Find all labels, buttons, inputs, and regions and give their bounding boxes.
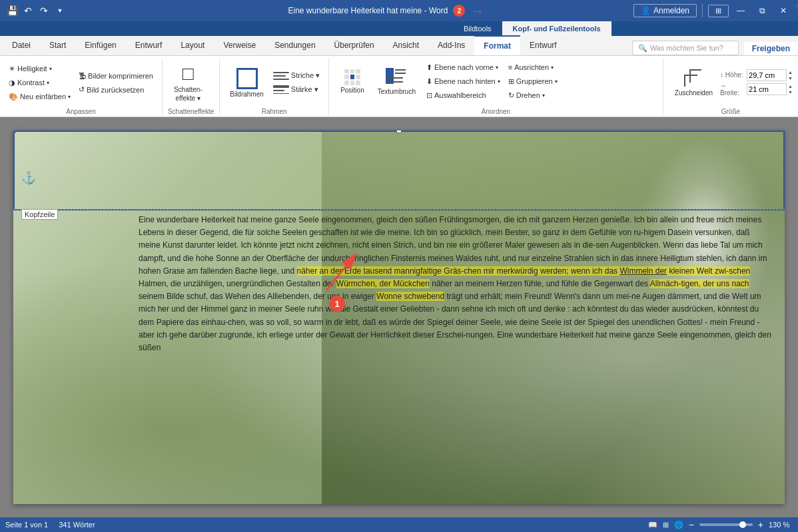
minimize-button[interactable]: — [731, 1, 750, 20]
status-left: Seite 1 von 1 341 Wörter [5, 521, 95, 529]
tab-entwurf[interactable]: Entwurf [126, 35, 172, 55]
zoom-level[interactable]: 130 % [769, 521, 793, 529]
ribbon-group-groesse: Zuschneiden ↕ Höhe: 29,7 cm ▲ ▼ [663, 59, 798, 115]
ausrichten-button[interactable]: ≡ Ausrichten ▾ [505, 61, 561, 74]
restore-button[interactable]: ⧉ [753, 1, 771, 20]
redo-icon[interactable]: ↷ [37, 4, 51, 17]
badge-annotation: 2 [453, 5, 465, 17]
status-right: 📖 ⊞ 🌐 − + 130 % [648, 519, 793, 530]
tab-datei[interactable]: Datei [3, 35, 40, 55]
height-up-icon[interactable]: ▲ [788, 69, 793, 75]
bildrahmen-button[interactable]: Bildrahmen [225, 60, 268, 105]
ribbon: ☀ Helligkeit ▾ ◑ Kontrast ▾ 🎨 Neu einfär… [0, 56, 798, 117]
schatteneffekte-label: Schatteneffekte [168, 107, 214, 115]
top-resize-handle[interactable] [396, 131, 402, 133]
zoom-in-icon[interactable]: + [758, 519, 763, 530]
ribbon-group-rahmen: Bildrahmen Striche ▾ [220, 59, 329, 115]
neu-einfaerben-dropdown-icon: ▾ [68, 94, 71, 100]
striche-icon [273, 69, 289, 83]
tab-format[interactable]: Format [474, 35, 520, 55]
share-button[interactable]: Freigeben [744, 42, 798, 55]
arrow-annotation: → [470, 3, 484, 19]
width-label: Breite: [720, 89, 739, 97]
bild-zuruecksetzen-button[interactable]: ↺ Bild zurücksetzen [75, 83, 157, 97]
save-icon[interactable]: 💾 [5, 4, 19, 17]
document-area: ⚓ 1 Kopfzeile Eine wunderbare Heiterkeit… [0, 117, 798, 517]
zoom-out-icon[interactable]: − [689, 519, 694, 530]
bildrahmen-icon [236, 68, 258, 89]
header-dashed-line [13, 209, 785, 210]
drehen-button[interactable]: ↻ Drehen ▾ [505, 89, 561, 102]
striche-button[interactable]: Striche ▾ [270, 69, 323, 83]
anpassen-label: Anpassen [5, 107, 157, 115]
auswahlbereich-button[interactable]: ⊡ Auswahlbereich [423, 89, 504, 102]
kontrast-button[interactable]: ◑ Kontrast ▾ [5, 76, 74, 89]
neu-einfaerben-icon: 🎨 [9, 93, 18, 101]
tab-layout[interactable]: Layout [171, 35, 214, 55]
tab-verweise[interactable]: Verweise [214, 35, 265, 55]
textumbruch-button[interactable]: Textumbruch [372, 59, 422, 104]
sign-in-button[interactable]: 👤 Anmelden [633, 4, 697, 17]
highlight-allmaech: Allmäch-tigen, der uns nach [650, 279, 749, 288]
ribbon-group-schatteneffekte: □ Schatten- effekte ▾ Schatteneffekte [163, 59, 220, 115]
tab-ueberpruefen[interactable]: Überprüfen [325, 35, 384, 55]
window-title: Eine wunderbare Heiterkeit hat meine - W… [288, 6, 448, 15]
width-input[interactable]: 21 cm [747, 83, 787, 95]
tab-ansicht[interactable]: Ansicht [384, 35, 428, 55]
svg-line-1 [326, 254, 356, 290]
tab-start[interactable]: Start [40, 35, 75, 55]
tab-add-ins[interactable]: Add-Ins [428, 35, 474, 55]
ribbon-group-anordnen: Position Textumbruch ⬆ Ebene nach vorne [329, 59, 663, 115]
context-tab-kopf-fuss[interactable]: Kopf- und Fußzeilentools [502, 21, 611, 36]
neu-einfaerben-button[interactable]: 🎨 Neu einfärben ▾ [5, 90, 74, 103]
corner-handle-tr[interactable] [782, 131, 785, 133]
schatteneffekte-icon: □ [183, 63, 194, 85]
helligkeit-button[interactable]: ☀ Helligkeit ▾ [5, 62, 74, 75]
textumbruch-icon [386, 68, 407, 87]
helligkeit-icon: ☀ [9, 65, 15, 73]
height-input[interactable]: 29,7 cm [747, 69, 787, 81]
corner-handle-tl[interactable] [13, 131, 16, 133]
layout-view-icon[interactable]: ⊞ [663, 521, 669, 529]
tab-einfuegen[interactable]: Einfügen [75, 35, 125, 55]
bilder-komprimieren-icon: 🗜 [79, 72, 86, 80]
web-view-icon[interactable]: 🌐 [674, 521, 683, 529]
height-row: ↕ Höhe: 29,7 cm ▲ ▼ [720, 69, 793, 81]
quick-access-dropdown-icon[interactable]: ▼ [53, 4, 67, 17]
position-button[interactable]: Position [334, 59, 370, 104]
groesse-label: Größe [669, 107, 793, 115]
ebene-nach-hinten-button[interactable]: ⬇ Ebene nach hinten ▾ [423, 75, 504, 88]
read-icon[interactable]: 📖 [648, 521, 657, 529]
width-spinner[interactable]: ▲ ▼ [788, 83, 793, 95]
bilder-komprimieren-button[interactable]: 🗜 Bilder komprimieren [75, 69, 157, 83]
height-spinner[interactable]: ▲ ▼ [788, 69, 793, 81]
ribbon-tabs: Datei Start Einfügen Entwurf Layout Verw… [0, 36, 798, 56]
ausrichten-icon: ≡ [508, 63, 512, 71]
schatteneffekte-button[interactable]: □ Schatten- effekte ▾ [168, 60, 208, 105]
status-bar: Seite 1 von 1 341 Wörter 📖 ⊞ 🌐 − + 130 % [0, 517, 798, 532]
zoom-thumb[interactable] [739, 521, 746, 528]
size-group: ↕ Höhe: 29,7 cm ▲ ▼ ↔ Breite: [720, 69, 793, 97]
context-tab-bildtools[interactable]: Bildtools [453, 21, 502, 36]
close-button[interactable]: ✕ [774, 1, 793, 20]
search-icon: 🔍 [638, 44, 647, 53]
width-up-icon[interactable]: ▲ [788, 83, 793, 89]
highlight-wonne: Wonne schwebend [376, 292, 444, 301]
tab-sendungen[interactable]: Sendungen [265, 35, 324, 55]
title-bar-right: 👤 Anmelden ⊞ — ⧉ ✕ [633, 1, 793, 20]
width-down-icon[interactable]: ▼ [788, 89, 793, 95]
staerke-button[interactable]: Stärke ▾ [270, 83, 323, 97]
search-box[interactable]: 🔍 Was möchten Sie tun? [632, 41, 739, 55]
word-count: 341 Wörter [59, 521, 95, 529]
undo-icon[interactable]: ↶ [21, 4, 35, 17]
zuschneiden-button[interactable]: Zuschneiden [669, 60, 719, 105]
ebene-nach-vorne-button[interactable]: ⬆ Ebene nach vorne ▾ [423, 61, 504, 74]
help-button[interactable]: ⊞ [708, 5, 729, 17]
tab-entwurf2[interactable]: Entwurf [520, 35, 566, 55]
gruppieren-button[interactable]: ⊞ Gruppieren ▾ [505, 75, 561, 88]
annotation-circle-1: 1 [329, 296, 345, 312]
zoom-slider[interactable] [699, 523, 753, 526]
height-down-icon[interactable]: ▼ [788, 75, 793, 81]
crop-icon [684, 69, 703, 88]
height-label: Höhe: [725, 71, 743, 79]
